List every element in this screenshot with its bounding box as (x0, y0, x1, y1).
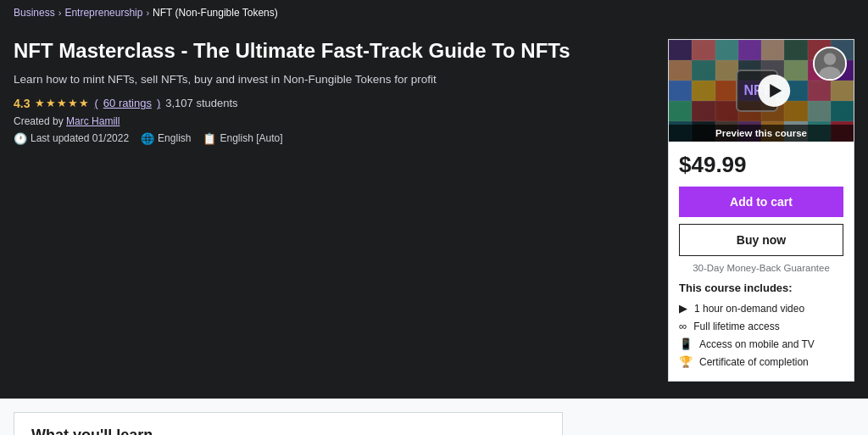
play-button[interactable] (758, 75, 790, 107)
star-1: ★ (35, 97, 45, 109)
list-item: 🏆 Certificate of completion (679, 353, 843, 371)
money-back-guarantee: 30-Day Money-Back Guarantee (679, 263, 843, 273)
course-preview[interactable]: NFT Preview this course (669, 40, 854, 142)
breadcrumb-sep-2: › (146, 8, 149, 18)
rating-row: 4.3 ★ ★ ★ ★ ★ (60 ratings) 3,107 student… (14, 97, 658, 110)
svg-point-1 (824, 53, 836, 64)
meta-row: 🕐 Last updated 01/2022 🌐 English 📋 Engli… (14, 132, 658, 145)
main-content: What you'll learn ✓ What Are Non-Fungibl… (0, 399, 576, 435)
caption-icon: 📋 (203, 132, 216, 145)
includes-item-3: Certificate of completion (699, 356, 809, 368)
clock-icon: 🕐 (14, 132, 27, 145)
learn-title: What you'll learn (31, 427, 545, 435)
globe-icon: 🌐 (141, 132, 154, 145)
course-subtitle: Learn how to mint NFTs, sell NFTs, buy a… (14, 72, 658, 88)
certificate-icon: 🏆 (679, 355, 693, 368)
language: 🌐 English (141, 132, 191, 145)
instructor-photo (813, 47, 847, 81)
breadcrumb-sep-1: › (58, 8, 62, 18)
preview-label[interactable]: Preview this course (669, 125, 854, 142)
ratings-count-link[interactable]: ( (94, 97, 97, 109)
includes-list: ▶ 1 hour on-demand video ∞ Full lifetime… (679, 299, 843, 371)
created-by: Created by Marc Hamill (14, 115, 658, 127)
infinity-icon: ∞ (679, 320, 687, 332)
star-2: ★ (46, 97, 56, 109)
star-3: ★ (57, 97, 67, 109)
includes-item-2: Access on mobile and TV (699, 338, 815, 350)
hero-left: NFT Masterclass - The Ultimate Fast-Trac… (14, 39, 658, 145)
star-rating: ★ ★ ★ ★ ★ (35, 97, 89, 109)
star-5-half: ★ (79, 97, 89, 109)
includes-item-0: 1 hour on-demand video (694, 303, 804, 315)
play-triangle-icon (770, 84, 782, 98)
breadcrumb-nft: NFT (Non-Fungible Tokens) (153, 7, 278, 19)
learn-box: What you'll learn ✓ What Are Non-Fungibl… (14, 412, 563, 435)
course-card: NFT Preview this course $49.99 Add to c (668, 39, 854, 382)
star-4: ★ (68, 97, 78, 109)
mobile-icon: 📱 (679, 337, 693, 350)
add-to-cart-button[interactable]: Add to cart (679, 187, 843, 217)
students-count: 3,107 students (165, 97, 237, 109)
instructor-link[interactable]: Marc Hamill (66, 115, 120, 127)
video-icon: ▶ (679, 302, 687, 315)
breadcrumb-entrepreneurship[interactable]: Entrepreneurship (64, 7, 142, 19)
last-updated: 🕐 Last updated 01/2022 (14, 132, 129, 145)
breadcrumb: Business › Entrepreneurship › NFT (Non-F… (0, 0, 868, 25)
includes-title: This course includes: (679, 282, 843, 294)
course-card-body: $49.99 Add to cart Buy now 30-Day Money-… (669, 142, 854, 381)
ratings-close: ) (157, 97, 160, 109)
includes-item-1: Full lifetime access (693, 321, 779, 332)
breadcrumb-business[interactable]: Business (14, 7, 55, 19)
buy-now-button[interactable]: Buy now (679, 224, 843, 256)
captions: 📋 English [Auto] (203, 132, 282, 145)
list-item: ∞ Full lifetime access (679, 317, 843, 335)
list-item: 📱 Access on mobile and TV (679, 335, 843, 353)
course-title: NFT Masterclass - The Ultimate Fast-Trac… (14, 39, 658, 64)
ratings-count[interactable]: 60 ratings (103, 97, 152, 109)
rating-number: 4.3 (14, 97, 30, 110)
price: $49.99 (679, 152, 843, 178)
list-item: ▶ 1 hour on-demand video (679, 299, 843, 317)
